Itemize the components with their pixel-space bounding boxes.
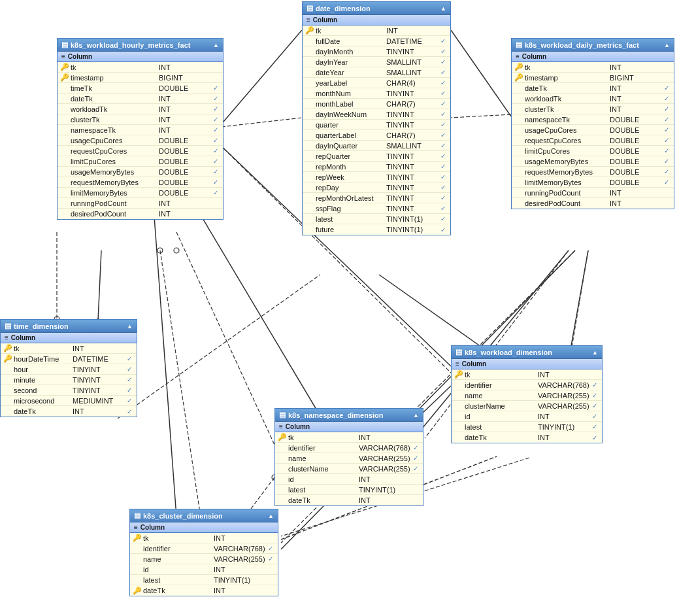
table-row: yearLabel CHAR(4) ✓: [303, 78, 450, 88]
table-row: 🔑 timestamp BIGINT: [58, 73, 223, 83]
table-row: monthNum TINYINT ✓: [303, 88, 450, 99]
svg-point-5: [157, 248, 163, 253]
key-icon: 🔑: [305, 26, 314, 35]
key-icon: 🔑: [278, 433, 287, 441]
sort-icon: ▲: [440, 5, 446, 12]
table-namespace-title: k8s_namespace_dimension: [288, 411, 384, 419]
table-row: runningPodCount INT: [512, 188, 674, 198]
table-time-header[interactable]: ▤ time_dimension ▲: [1, 320, 137, 333]
svg-line-8: [451, 114, 511, 118]
col-section-hourly: ≡ Column: [58, 52, 223, 62]
col-section-icon: ≡: [306, 16, 310, 24]
table-row: limitMemoryBytes DOUBLE ✓: [512, 177, 674, 188]
table-row: name VARCHAR(255) ✓: [275, 453, 423, 464]
table-hourly-header[interactable]: ▤ k8s_workload_hourly_metrics_fact ▲: [58, 39, 223, 52]
svg-line-17: [451, 30, 511, 116]
table-header-icon: ▤: [279, 411, 286, 419]
key-icon: 🔑: [514, 63, 523, 71]
table-row: usageCpuCores DOUBLE ✓: [58, 135, 223, 146]
table-row: dayInWeekNum TINYINT ✓: [303, 109, 450, 120]
key-icon: 🔑: [60, 73, 69, 82]
table-row: workloadTk INT ✓: [58, 104, 223, 114]
table-row: requestCpuCores DOUBLE ✓: [512, 135, 674, 146]
col-section-icon: ≡: [516, 53, 520, 60]
table-header-icon: ▤: [516, 41, 522, 49]
table-row: clusterName VARCHAR(255) ✓: [452, 401, 602, 411]
table-row: quarterLabel CHAR(7) ✓: [303, 130, 450, 141]
sort-icon: ▲: [592, 349, 598, 356]
table-row: name VARCHAR(255) ✓: [452, 390, 602, 401]
table-row: dateTk INT ✓: [1, 406, 137, 417]
sort-icon: ▲: [213, 42, 219, 48]
table-row: dayInQuarter SMALLINT ✓: [303, 141, 450, 151]
col-section-label: Column: [11, 334, 35, 341]
table-hourly-title: k8s_workload_hourly_metrics_fact: [71, 41, 190, 49]
col-section-icon: ≡: [134, 524, 138, 531]
col-section-cluster: ≡ Column: [130, 522, 278, 533]
svg-line-16: [216, 30, 302, 131]
table-workload-header[interactable]: ▤ k8s_workload_dimension ▲: [452, 346, 602, 359]
svg-line-4: [160, 250, 203, 530]
table-row: dateTk INT ✓: [512, 83, 674, 94]
table-date-title: date_dimension: [316, 5, 371, 12]
table-date-header[interactable]: ▤ date_dimension ▲: [303, 2, 450, 15]
svg-line-19: [98, 250, 101, 320]
table-row: second TINYINT ✓: [1, 385, 137, 396]
svg-line-0: [216, 118, 302, 128]
table-workload-dimension: ▤ k8s_workload_dimension ▲ ≡ Column 🔑 tk…: [451, 345, 603, 443]
col-section-label: Column: [141, 524, 165, 531]
table-row: 🔑 tk INT: [275, 432, 423, 443]
table-row: latest TINYINT(1): [130, 575, 278, 585]
table-row: id INT ✓: [452, 411, 602, 422]
key-icon: 🔑: [60, 63, 69, 71]
table-row: fullDate DATETIME ✓: [303, 36, 450, 46]
col-section-label: Column: [286, 423, 310, 430]
table-row: identifier VARCHAR(768) ✓: [275, 443, 423, 453]
table-row: desiredPodCount INT: [58, 209, 223, 219]
table-row: repWeek TINYINT ✓: [303, 172, 450, 182]
table-row: id INT: [275, 474, 423, 485]
table-row: limitCpuCores DOUBLE ✓: [58, 156, 223, 167]
table-row: limitMemoryBytes DOUBLE ✓: [58, 188, 223, 198]
col-section-namespace: ≡ Column: [275, 422, 423, 432]
col-section-icon: ≡: [61, 53, 65, 60]
svg-line-15: [118, 275, 320, 419]
table-row: repDay TINYINT ✓: [303, 182, 450, 193]
col-section-icon: ≡: [5, 334, 8, 341]
col-section-icon: ≡: [279, 423, 283, 430]
table-row: namespaceTk DOUBLE ✓: [512, 114, 674, 125]
key-icon: 🔑: [133, 534, 142, 542]
table-date-dimension: ▤ date_dimension ▲ ≡ Column 🔑 tk INT ful…: [302, 1, 451, 235]
table-row: 🔑 tk INT: [58, 62, 223, 73]
key-icon: 🔑: [133, 587, 142, 595]
key-icon: 🔑: [3, 354, 12, 363]
table-header-icon: ▤: [134, 511, 141, 520]
table-row: hour TINYINT ✓: [1, 364, 137, 375]
table-row: repQuarter TINYINT ✓: [303, 151, 450, 162]
table-row: quarter TINYINT ✓: [303, 120, 450, 130]
table-header-icon: ▤: [306, 4, 313, 12]
table-row: sspFlag TINYINT ✓: [303, 203, 450, 214]
table-row: dateTk INT ✓: [58, 94, 223, 104]
diagram-canvas: ▤ k8s_workload_hourly_metrics_fact ▲ ≡ C…: [0, 0, 679, 616]
col-section-daily: ≡ Column: [512, 52, 674, 62]
table-row: dateTk INT ✓: [452, 432, 602, 443]
col-section-label: Column: [522, 53, 546, 60]
table-row: 🔑 timestamp BIGINT: [512, 73, 674, 83]
table-header-icon: ▤: [61, 41, 68, 49]
table-row: desiredPodCount INT: [512, 198, 674, 209]
table-namespace-header[interactable]: ▤ k8s_namespace_dimension ▲: [275, 409, 423, 422]
table-row: workloadTk INT ✓: [512, 94, 674, 104]
col-section-date: ≡ Column: [303, 15, 450, 26]
table-row: repMonthOrLatest TINYINT ✓: [303, 193, 450, 203]
table-daily-header[interactable]: ▤ k8s_workload_daily_metrics_fact ▲: [512, 39, 674, 52]
table-namespace-dimension: ▤ k8s_namespace_dimension ▲ ≡ Column 🔑 t…: [274, 408, 423, 506]
table-row: 🔑 dateTk INT: [130, 585, 278, 596]
table-time-dimension: ▤ time_dimension ▲ ≡ Column 🔑 tk INT 🔑 h…: [0, 319, 137, 417]
table-workload-title: k8s_workload_dimension: [465, 349, 552, 356]
table-row: clusterTk INT ✓: [512, 104, 674, 114]
table-daily-metrics-fact: ▤ k8s_workload_daily_metrics_fact ▲ ≡ Co…: [511, 38, 674, 209]
table-cluster-header[interactable]: ▤ k8s_cluster_dimension ▲: [130, 509, 278, 522]
table-row: monthLabel CHAR(7) ✓: [303, 99, 450, 109]
table-row: runningPodCount INT: [58, 198, 223, 209]
